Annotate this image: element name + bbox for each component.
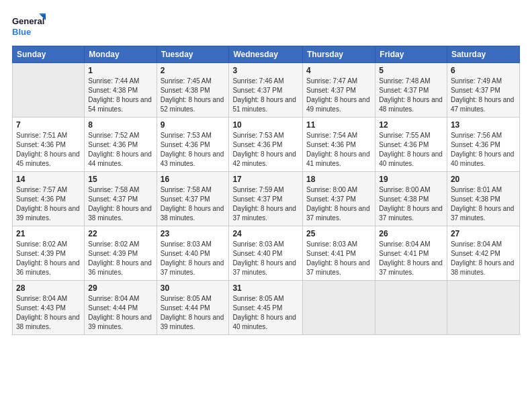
day-cell: 29Sunrise: 8:04 AMSunset: 4:44 PMDayligh… [85,281,157,335]
day-number: 18 [306,175,371,184]
col-header-thursday: Thursday [302,46,375,63]
day-number: 4 [306,66,371,75]
week-row-1: 1Sunrise: 7:44 AMSunset: 4:38 PMDaylight… [13,63,520,118]
day-number: 12 [379,120,443,130]
day-cell: 11Sunrise: 7:54 AMSunset: 4:36 PMDayligh… [302,118,375,172]
day-number: 29 [88,283,152,293]
day-cell: 23Sunrise: 8:03 AMSunset: 4:40 PMDayligh… [157,226,229,281]
day-number: 17 [232,175,299,184]
day-info: Sunrise: 8:05 AMSunset: 4:45 PMDaylight:… [232,294,299,332]
header-row: SundayMondayTuesdayWednesdayThursdayFrid… [13,46,520,63]
calendar-table: SundayMondayTuesdayWednesdayThursdayFrid… [12,46,520,335]
day-cell: 24Sunrise: 8:03 AMSunset: 4:40 PMDayligh… [229,226,303,281]
week-row-5: 28Sunrise: 8:04 AMSunset: 4:43 PMDayligh… [13,281,520,335]
day-number: 27 [451,229,516,238]
page: General Blue SundayMondayTuesdayWednesda… [0,0,532,411]
day-cell [13,63,85,118]
day-info: Sunrise: 7:44 AMSunset: 4:38 PMDaylight:… [88,77,152,114]
logo-svg: General Blue [12,12,46,40]
day-cell: 16Sunrise: 7:58 AMSunset: 4:37 PMDayligh… [157,172,229,226]
day-number: 24 [232,229,299,238]
day-cell: 5Sunrise: 7:48 AMSunset: 4:37 PMDaylight… [375,63,447,118]
day-number: 19 [379,175,443,184]
day-info: Sunrise: 7:53 AMSunset: 4:36 PMDaylight:… [161,131,226,169]
day-info: Sunrise: 8:04 AMSunset: 4:42 PMDaylight:… [451,240,516,277]
col-header-wednesday: Wednesday [229,46,303,63]
day-cell [375,281,447,335]
day-info: Sunrise: 7:56 AMSunset: 4:36 PMDaylight:… [451,131,516,169]
day-cell: 26Sunrise: 8:04 AMSunset: 4:41 PMDayligh… [375,226,447,281]
day-cell: 30Sunrise: 8:05 AMSunset: 4:44 PMDayligh… [157,281,229,335]
day-number: 10 [232,120,299,130]
day-info: Sunrise: 8:03 AMSunset: 4:41 PMDaylight:… [306,240,371,277]
day-info: Sunrise: 8:03 AMSunset: 4:40 PMDaylight:… [232,240,299,277]
day-info: Sunrise: 7:53 AMSunset: 4:36 PMDaylight:… [232,131,299,169]
day-cell: 25Sunrise: 8:03 AMSunset: 4:41 PMDayligh… [302,226,375,281]
svg-text:Blue: Blue [12,27,31,37]
week-row-4: 21Sunrise: 8:02 AMSunset: 4:39 PMDayligh… [13,226,520,281]
day-info: Sunrise: 7:58 AMSunset: 4:37 PMDaylight:… [161,185,226,223]
day-number: 1 [88,66,152,75]
day-number: 11 [306,120,371,130]
day-number: 2 [161,66,226,75]
day-number: 23 [161,229,226,238]
day-cell: 31Sunrise: 8:05 AMSunset: 4:45 PMDayligh… [229,281,303,335]
day-number: 21 [16,229,81,238]
day-cell: 10Sunrise: 7:53 AMSunset: 4:36 PMDayligh… [229,118,303,172]
day-number: 31 [232,283,299,293]
day-number: 28 [16,283,81,293]
day-cell: 12Sunrise: 7:55 AMSunset: 4:36 PMDayligh… [375,118,447,172]
day-cell [447,281,519,335]
day-number: 30 [161,283,226,293]
day-number: 5 [379,66,443,75]
day-number: 9 [161,120,226,130]
day-number: 14 [16,175,81,184]
day-info: Sunrise: 8:01 AMSunset: 4:38 PMDaylight:… [451,185,516,223]
day-number: 20 [451,175,516,184]
day-number: 15 [88,175,152,184]
day-cell: 20Sunrise: 8:01 AMSunset: 4:38 PMDayligh… [447,172,519,226]
day-info: Sunrise: 7:52 AMSunset: 4:36 PMDaylight:… [88,131,152,169]
day-info: Sunrise: 8:04 AMSunset: 4:41 PMDaylight:… [379,240,443,277]
header: General Blue [12,12,520,40]
week-row-2: 7Sunrise: 7:51 AMSunset: 4:36 PMDaylight… [13,118,520,172]
day-cell: 9Sunrise: 7:53 AMSunset: 4:36 PMDaylight… [157,118,229,172]
day-info: Sunrise: 7:45 AMSunset: 4:38 PMDaylight:… [161,77,226,114]
day-number: 3 [232,66,299,75]
day-number: 13 [451,120,516,130]
day-cell: 2Sunrise: 7:45 AMSunset: 4:38 PMDaylight… [157,63,229,118]
day-number: 8 [88,120,152,130]
day-info: Sunrise: 7:54 AMSunset: 4:36 PMDaylight:… [306,131,371,169]
day-cell: 27Sunrise: 8:04 AMSunset: 4:42 PMDayligh… [447,226,519,281]
day-cell: 8Sunrise: 7:52 AMSunset: 4:36 PMDaylight… [85,118,157,172]
day-info: Sunrise: 7:59 AMSunset: 4:37 PMDaylight:… [232,185,299,223]
col-header-sunday: Sunday [13,46,85,63]
col-header-tuesday: Tuesday [157,46,229,63]
day-cell: 7Sunrise: 7:51 AMSunset: 4:36 PMDaylight… [13,118,85,172]
day-info: Sunrise: 8:04 AMSunset: 4:44 PMDaylight:… [88,294,152,332]
day-number: 22 [88,229,152,238]
day-cell: 6Sunrise: 7:49 AMSunset: 4:37 PMDaylight… [447,63,519,118]
day-info: Sunrise: 7:48 AMSunset: 4:37 PMDaylight:… [379,77,443,114]
day-number: 16 [161,175,226,184]
day-cell: 21Sunrise: 8:02 AMSunset: 4:39 PMDayligh… [13,226,85,281]
logo: General Blue [12,12,46,40]
day-info: Sunrise: 7:51 AMSunset: 4:36 PMDaylight:… [16,131,81,169]
day-cell: 14Sunrise: 7:57 AMSunset: 4:36 PMDayligh… [13,172,85,226]
day-cell: 15Sunrise: 7:58 AMSunset: 4:37 PMDayligh… [85,172,157,226]
day-info: Sunrise: 8:03 AMSunset: 4:40 PMDaylight:… [161,240,226,277]
day-number: 6 [451,66,516,75]
col-header-friday: Friday [375,46,447,63]
day-info: Sunrise: 8:02 AMSunset: 4:39 PMDaylight:… [88,240,152,277]
day-info: Sunrise: 8:02 AMSunset: 4:39 PMDaylight:… [16,240,81,277]
week-row-3: 14Sunrise: 7:57 AMSunset: 4:36 PMDayligh… [13,172,520,226]
day-cell: 19Sunrise: 8:00 AMSunset: 4:38 PMDayligh… [375,172,447,226]
col-header-monday: Monday [85,46,157,63]
day-info: Sunrise: 7:46 AMSunset: 4:37 PMDaylight:… [232,77,299,114]
day-cell [302,281,375,335]
day-info: Sunrise: 7:58 AMSunset: 4:37 PMDaylight:… [88,185,152,223]
day-cell: 13Sunrise: 7:56 AMSunset: 4:36 PMDayligh… [447,118,519,172]
day-cell: 22Sunrise: 8:02 AMSunset: 4:39 PMDayligh… [85,226,157,281]
day-cell: 4Sunrise: 7:47 AMSunset: 4:37 PMDaylight… [302,63,375,118]
day-number: 26 [379,229,443,238]
